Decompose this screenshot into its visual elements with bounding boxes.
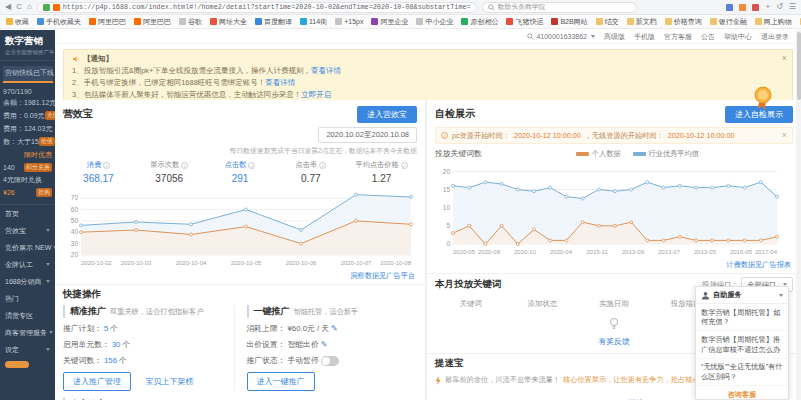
- bookmark-favicon: [416, 18, 423, 25]
- bookmark-item[interactable]: 飞猪快运: [506, 17, 543, 27]
- sidebar-menu-item[interactable]: 金牌认工: [0, 256, 55, 273]
- browser-search-box[interactable]: 数助头条商学院: [482, 2, 637, 13]
- svg-text:15: 15: [443, 186, 451, 193]
- table-header-cell: 实施日期: [578, 299, 650, 309]
- notice-link[interactable]: 立即开启: [301, 90, 331, 99]
- listing-rank-link[interactable]: 宝贝上下架榜: [146, 377, 194, 386]
- bookmark-item[interactable]: 阿里巴巴: [134, 17, 171, 27]
- promo-row-2: 140 积分兑换: [0, 161, 55, 173]
- security-shield-icon: [43, 4, 50, 11]
- info-icon[interactable]: i: [401, 162, 408, 169]
- bookmark-favicon: [210, 18, 217, 25]
- refresh-icon[interactable]: C: [16, 3, 22, 11]
- bookmark-favicon: [300, 18, 307, 25]
- balance-row: 余额：1981.12元: [0, 96, 55, 109]
- sidebar-menu-item[interactable]: 清货专区: [0, 307, 55, 324]
- insight-link[interactable]: 洞察数据见广告平台: [350, 271, 415, 280]
- bookmark-item[interactable]: B2B网站: [551, 17, 587, 27]
- points-exchange-button[interactable]: 积分兑换: [24, 163, 52, 172]
- scrollbar-thumb[interactable]: [797, 32, 801, 100]
- scrollbar[interactable]: [796, 30, 801, 400]
- sidebar-menu-item[interactable]: 热门: [0, 290, 55, 307]
- info-icon[interactable]: i: [248, 162, 255, 169]
- url-bar[interactable]: https://p4p.1688.com/index.html#!/home2/…: [37, 2, 477, 13]
- info-icon[interactable]: i: [103, 162, 110, 169]
- bookmark-item[interactable]: 收藏: [6, 17, 29, 27]
- chat-question[interactable]: 数字营销【周期托管】推广信息审核不通过怎么办: [696, 331, 788, 358]
- topbar-item[interactable]: 高级版: [604, 32, 625, 42]
- jingzhun-block: 精准推广双重关联，适合打包指标客户 推广计划：5个 启用单元数：30个 关键词数…: [63, 305, 234, 391]
- notice-list: 1、投放智能引流&圈pk+下单全线投放需全流量接入，操作人计费规则，查看详情 2…: [72, 65, 776, 101]
- sidebar-menu-item[interactable]: 营效宝: [0, 222, 55, 239]
- topbar-item[interactable]: 公告: [701, 32, 715, 42]
- lightbulb-icon: [606, 316, 622, 332]
- promotion-status-toggle[interactable]: [321, 356, 339, 366]
- sidebar-menu-item[interactable]: 商客管理服务: [0, 324, 55, 341]
- svg-text:2020-10: 2020-10: [514, 249, 537, 255]
- svg-text:5: 5: [446, 222, 450, 229]
- close-icon[interactable]: ×: [782, 130, 787, 140]
- bookmark-item[interactable]: +15px: [335, 18, 363, 25]
- chevron-down-icon: [591, 35, 595, 38]
- enter-yijian-button[interactable]: 进入一键推广: [247, 372, 315, 391]
- url-text[interactable]: https://p4p.1688.com/index.html#!/home2/…: [63, 3, 471, 11]
- topbar-item[interactable]: 退出登录: [761, 32, 789, 42]
- bookmark-favicon: [179, 18, 186, 25]
- edit-icon[interactable]: ✎: [321, 340, 328, 349]
- undo-icon[interactable]: ↺: [776, 3, 783, 11]
- bookmark-item[interactable]: 谷歌: [179, 17, 202, 27]
- topbar-item[interactable]: 官方客服: [664, 32, 692, 42]
- chat-consult-button[interactable]: 咨询客服: [696, 386, 788, 400]
- bookmark-item[interactable]: 结交: [596, 17, 619, 27]
- bookmark-item[interactable]: 114街: [300, 17, 327, 27]
- chat-header[interactable]: 自助服务: [696, 287, 788, 304]
- account-id[interactable]: 4100001633862: [527, 33, 595, 40]
- extension-icon-red[interactable]: [752, 4, 759, 11]
- info-icon[interactable]: i: [181, 162, 188, 169]
- grab-button[interactable]: 抢值: [39, 137, 55, 146]
- bookmark-item[interactable]: 网上购物: [755, 17, 792, 27]
- chat-question[interactable]: “无忧版”“全店无忧版”有什么区别吗？: [696, 359, 788, 386]
- date-range-picker[interactable]: 2020.10.02至2020.10.08: [318, 127, 417, 143]
- home-icon[interactable]: ⌂: [27, 3, 32, 11]
- recharge-button[interactable]: 充值: [45, 111, 55, 120]
- bookmark-item[interactable]: 手机收藏夹: [37, 17, 81, 27]
- bookmark-item[interactable]: 新文档: [627, 17, 657, 27]
- sidebar-menu-item[interactable]: 设定: [0, 341, 55, 358]
- back-icon[interactable]: ◀: [5, 3, 11, 11]
- bookmark-item[interactable]: 原创相公: [461, 17, 498, 27]
- topbar-item[interactable]: 手机版: [634, 32, 655, 42]
- bookmark-item[interactable]: 百度翻译: [255, 17, 292, 27]
- sidebar-promo-pill[interactable]: [5, 361, 29, 368]
- sidebar-menu-item[interactable]: 1688分销商: [0, 273, 55, 290]
- extension-icon-orange[interactable]: [739, 4, 746, 11]
- bookmark-item[interactable]: 网址大全: [210, 17, 247, 27]
- info-icon[interactable]: i: [319, 162, 326, 169]
- bookmark-item[interactable]: 价格查询: [665, 17, 702, 27]
- extension-icon-blue[interactable]: [726, 4, 733, 11]
- bookmark-item[interactable]: 阿里巴巴: [89, 17, 126, 27]
- topbar-item[interactable]: 帮助中心: [724, 32, 752, 42]
- billing-report-link[interactable]: 计费数据见广告报表: [726, 260, 791, 269]
- enter-promotion-manage-button[interactable]: 进入推广管理: [63, 372, 131, 391]
- bookmark-item[interactable]: 中小企业: [416, 17, 453, 27]
- enter-yingxiaobao-button[interactable]: 进入营效宝: [357, 106, 417, 123]
- medal-icon[interactable]: [749, 86, 777, 110]
- sidebar-menu-item[interactable]: 首页: [0, 205, 55, 222]
- bookmark-item[interactable]: 银行金融: [710, 17, 747, 27]
- bookmark-item[interactable]: 阿里企业: [371, 17, 408, 27]
- close-icon[interactable]: ×: [782, 52, 787, 64]
- notice-link[interactable]: 查看详情: [311, 66, 341, 75]
- buy-button[interactable]: 抢购: [36, 188, 52, 197]
- chevron-down-icon: [46, 280, 50, 283]
- sidebar-banner[interactable]: 营销快线已下线区分: [3, 66, 53, 83]
- search-text[interactable]: 数助头条商学院: [498, 2, 546, 12]
- chevron-down-icon: [49, 331, 53, 334]
- update-note: 每日数据更新完成于当日凌晨2点左右，数据结果不含今天数据: [63, 146, 417, 156]
- sidebar-menu-item[interactable]: 竞价展示 NEW: [0, 239, 55, 256]
- notice-link[interactable]: 查看详情: [265, 78, 295, 87]
- edit-icon[interactable]: ✎: [331, 324, 338, 333]
- chat-question[interactable]: 数字营销【周期托管】如何充值？: [696, 304, 788, 331]
- menu-icon[interactable]: ☰: [789, 3, 796, 11]
- add-icon[interactable]: +: [765, 3, 770, 11]
